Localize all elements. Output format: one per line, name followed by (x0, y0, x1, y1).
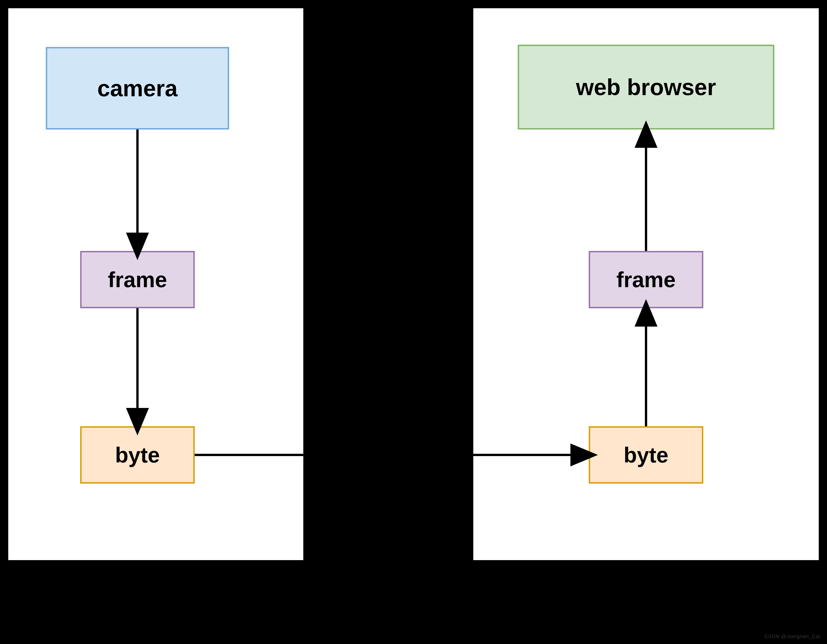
node-frame-left: frame (80, 251, 195, 308)
node-frame-left-label: frame (108, 268, 167, 292)
node-byte-right: byte (589, 426, 703, 484)
node-camera: camera (46, 47, 229, 130)
node-frame-right-label: frame (616, 268, 676, 292)
node-byte-left-label: byte (115, 443, 160, 467)
node-byte-right-label: byte (624, 443, 668, 467)
node-web-browser: web browser (518, 45, 774, 130)
node-camera-label: camera (97, 76, 178, 101)
node-web-browser-label: web browser (576, 75, 716, 100)
node-frame-right: frame (589, 251, 703, 308)
watermark-text: CSDN @Jiangnan_Cai (765, 633, 820, 639)
node-byte-left: byte (80, 426, 195, 484)
diagram-stage: camera frame byte web browser frame byte… (0, 0, 827, 644)
